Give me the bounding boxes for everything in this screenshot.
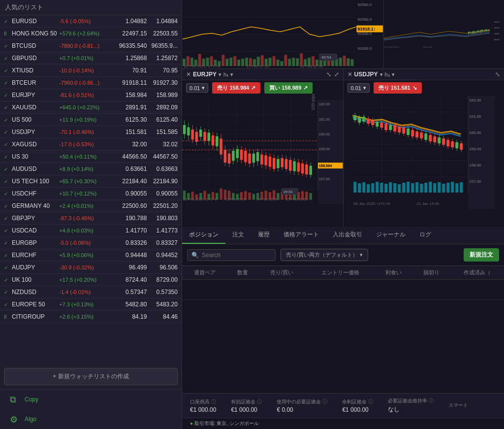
filter-dropdown[interactable]: 売り/買い両方（デフォルト） ▾ <box>281 249 368 261</box>
usdjpy-dropdown-icon[interactable]: ▾ <box>380 71 383 78</box>
watchlist-ask: 5483.20 <box>147 301 178 308</box>
watchlist-item[interactable]: ✓ EURCHF +5.9 (+0.06%) 0.94448 0.94452 <box>0 249 182 262</box>
watchlist-item[interactable]: ✓ EUROPE 50 +7.3 (+0.13%) 5482.80 5483.2… <box>0 298 182 311</box>
svg-rect-27 <box>277 60 280 66</box>
svg-rect-247 <box>420 132 423 138</box>
watchlist-check: ✓ <box>4 265 12 270</box>
watchlist-item[interactable]: ✓ GBPUSD +0.7 (+0.01%) 1.25868 1.25872 <box>0 52 182 65</box>
watchlist-item[interactable]: ✓ US 30 +50.4 (+0.11%) 44566.50 44567.50 <box>0 151 182 163</box>
algo-footer-item[interactable]: ⚙ Algo <box>0 409 182 429</box>
watchlist-item[interactable]: ✓ AUDJPY -30.9 (-0.32%) 96.499 96.506 <box>0 262 182 274</box>
watchlist-change: +4.6 (+0.03%) <box>59 228 116 233</box>
watchlist-bid: 8724.40 <box>116 276 147 283</box>
watchlist-item[interactable]: ✓ USDJPY -70.1 (-0.46%) 151.581 151.585 <box>0 126 182 138</box>
watchlist-ask: 22503.55 <box>147 30 178 37</box>
watchlist-item[interactable]: ✓ BTCEUR -7960.0 (-0.86...) 91918.11 919… <box>0 77 182 89</box>
eurjpy-close-icon[interactable]: ✕ <box>186 71 191 78</box>
watchlist-item[interactable]: ✓ EURUSD -5.6 (-0.05%) 1.04882 1.04884 <box>0 15 182 28</box>
tab-item[interactable]: 価格アラート <box>277 227 326 244</box>
svg-rect-241 <box>407 129 410 135</box>
table-column-header: 通貨ペア <box>182 266 228 280</box>
watchlist-item[interactable]: ✓ USDCAD +4.6 (+0.03%) 1.41770 1.41773 <box>0 225 182 237</box>
watchlist-item[interactable]: ✓ GERMANY 40 +2.4 (+0.01%) 22500.60 2250… <box>0 200 182 212</box>
watchlist-bid: 32.00 <box>116 141 147 148</box>
copy-footer-item[interactable]: ⧉ Copy <box>0 390 182 409</box>
usdjpy-qty-selector[interactable]: 0.01 ▾ <box>347 83 370 93</box>
tab-item[interactable]: ポジション <box>182 227 225 244</box>
watchlist-item[interactable]: ✓ EURGBP -5.0 (-0.06%) 0.83326 0.83327 <box>0 237 182 249</box>
watchlist-ask: 44567.50 <box>147 153 178 160</box>
watchlist-item[interactable]: ✓ UK 100 +17.5 (+0.20%) 8724.40 8729.00 <box>0 274 182 286</box>
svg-text:161.00: 161.00 <box>469 114 481 119</box>
tab-item[interactable]: 注文 <box>225 227 251 244</box>
watchlist-item[interactable]: ✓ XTIUSD -10.0 (-0.14%) 70.91 70.95 <box>0 65 182 77</box>
usdjpy-timeframe[interactable]: h₁ <box>385 71 390 78</box>
watchlist-item[interactable]: ✓ XAUUSD +645.0 (+0.22%) 2891.91 2892.09 <box>0 101 182 114</box>
svg-text:92000.0: 92000.0 <box>357 17 372 22</box>
watchlist-item[interactable]: II CITIGROUP +2.6 (+3.15%) 84.19 84.46 <box>0 311 182 323</box>
tab-item[interactable]: 入出金取引 <box>326 227 369 244</box>
watchlist-item[interactable]: ✓ AUDUSD +8.9 (+0.14%) 0.63661 0.63663 <box>0 163 182 175</box>
eurjpy-buy-button[interactable]: 買い 158.989 ↗ <box>264 82 313 94</box>
eurjpy-tf-dropdown-icon[interactable]: ▾ <box>230 71 233 78</box>
watchlist-item[interactable]: ✓ EURJPY -81.6 (-0.51%) 158.984 158.989 <box>0 89 182 101</box>
svg-rect-217 <box>353 115 356 120</box>
watchlist-item[interactable]: II HONG KONG 50 +579.6 (+2.64%) 22497.15… <box>0 28 182 40</box>
svg-rect-270 <box>371 183 374 193</box>
usdjpy-expand-icon[interactable]: ⤡ <box>495 71 500 78</box>
tab-item[interactable]: ジャーナル <box>369 227 412 244</box>
watchlist-ask: 1.04884 <box>147 18 178 25</box>
watchlist-check: ✓ <box>4 130 12 135</box>
account-item: スマート <box>448 402 468 410</box>
eurjpy-qty-selector[interactable]: 0.01 ▾ <box>186 83 208 93</box>
usdjpy-tf-dropdown[interactable]: ▾ <box>392 71 395 78</box>
new-order-button[interactable]: 新規注文 <box>464 248 499 262</box>
watchlist-check: ✓ <box>4 302 12 307</box>
watchlist-item[interactable]: ✓ GBPJPY -87.3 (-0.46%) 190.788 190.803 <box>0 212 182 225</box>
expand-icon[interactable]: ⤢ <box>334 71 339 78</box>
watchlist-item[interactable]: ✓ BTCUSD -7880.0 (-0.81...) 96335.540 96… <box>0 40 182 52</box>
eurjpy-sell-button[interactable]: 売り 158.984 ↗ <box>212 82 260 94</box>
eurjpy-qty-dropdown[interactable]: ▾ <box>202 85 205 91</box>
watchlist-item[interactable]: ✓ US TECH 100 +65.7 (+0.30%) 22184.40 22… <box>0 175 182 188</box>
svg-rect-284 <box>433 183 436 193</box>
watchlist-item[interactable]: ✓ XAGUSD -17.0 (-0.53%) 32.00 32.02 <box>0 138 182 151</box>
svg-rect-63 <box>470 32 471 33</box>
search-input[interactable] <box>202 252 261 259</box>
eurjpy-panel: ✕ EURJPY ▾ h₁ ▾ ⤡ ⤢ 100 pips 0.01 ▾ 売り <box>182 69 344 227</box>
watchlist-ask: 8729.00 <box>147 276 178 283</box>
svg-rect-265 <box>460 143 463 150</box>
watchlist-change: -87.3 (-0.46%) <box>59 215 116 221</box>
svg-rect-261 <box>451 141 454 147</box>
watchlist-bid: 0.94448 <box>116 252 147 259</box>
watchlist-ask: 190.803 <box>147 215 178 222</box>
watchlist-item[interactable]: ✓ NZDUSD -1.4 (-0.02%) 0.57347 0.57350 <box>0 286 182 298</box>
watchlist-check: ✓ <box>4 19 12 24</box>
search-box[interactable]: 🔍 <box>187 249 276 261</box>
watchlist-bid: 190.788 <box>116 215 147 222</box>
resize-icon[interactable]: ⤡ <box>326 71 331 78</box>
add-watchlist-button[interactable]: + 新規ウォッチリストの作成 <box>4 368 178 385</box>
watchlist-item[interactable]: ✓ USDCHF +10.7 (+0.12%) 0.90055 0.90055 <box>0 188 182 200</box>
tab-item[interactable]: 履歴 <box>251 227 277 244</box>
tab-item[interactable]: ログ <box>412 227 438 244</box>
watchlist-item[interactable]: ✓ US 500 +11.9 (+0.19%) 6125.30 6125.40 <box>0 114 182 126</box>
usdjpy-close-icon[interactable]: ✕ <box>347 71 352 78</box>
top-chart-right: 92500.0 91500.0 91000.0 90500.0 11 Feb 2… <box>384 0 504 68</box>
eurjpy-dropdown-icon[interactable]: ▾ <box>219 71 221 78</box>
svg-rect-176 <box>248 193 251 200</box>
eurjpy-timeframe[interactable]: h₁ <box>223 71 228 78</box>
eurjpy-icons: ⤡ ⤢ <box>326 71 339 78</box>
usdjpy-sell-button[interactable]: 売り 151.581 ↘ <box>374 82 422 94</box>
watchlist-check: ✓ <box>4 80 12 86</box>
usdjpy-icons: ⤡ <box>495 71 500 78</box>
watchlist-ask: 32.02 <box>147 141 178 148</box>
watchlist-bid: 91918.11 <box>116 79 147 86</box>
svg-rect-14 <box>225 59 228 66</box>
watchlist-check: ✓ <box>4 228 12 233</box>
usdjpy-panel: ✕ USDJPY ▾ h₁ ▾ ⤡ 0.01 ▾ 売り 151.581 ↘ <box>344 69 504 227</box>
watchlist-bid: 22497.15 <box>116 30 147 37</box>
svg-text:11 Feb 2025, UTC+8: 11 Feb 2025, UTC+8 <box>183 197 217 201</box>
usdjpy-sell-label: 売り 151.581 <box>378 84 410 92</box>
usdjpy-qty-dropdown[interactable]: ▾ <box>363 85 366 91</box>
